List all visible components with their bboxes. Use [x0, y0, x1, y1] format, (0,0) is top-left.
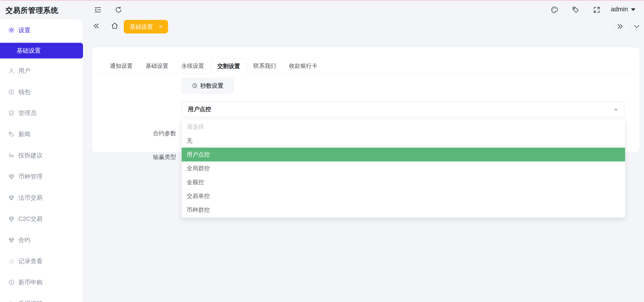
sidebar-item-admins[interactable]: 管理员 — [0, 103, 83, 124]
tab-notify-settings[interactable]: 通知设置 — [103, 58, 139, 74]
mining-icon — [8, 300, 15, 302]
sidebar-item-records[interactable]: 记录查看 — [0, 251, 83, 272]
diamond-icon — [8, 173, 15, 180]
settings-tabs: 通知设置 基础设置 永续设置 交割设置 联系我们 收款银行卡 — [103, 58, 324, 74]
tags-view-button[interactable] — [572, 6, 580, 14]
option-trade-order-control[interactable]: 交易单控 — [182, 189, 625, 203]
tag-label: 基础设置 — [130, 23, 153, 31]
collapse-sidebar-button[interactable] — [94, 6, 102, 14]
tab-bank-card[interactable]: 收款银行卡 — [283, 58, 324, 74]
sidebar-item-coin-manage[interactable]: 币种管理 — [0, 166, 83, 187]
fold-icon — [94, 6, 102, 14]
sidebar-item-contract[interactable]: 合约 — [0, 229, 83, 251]
gear-icon — [8, 27, 15, 33]
option-placeholder[interactable]: 请选择 — [182, 120, 625, 134]
sidebar-item-wallet[interactable]: $ 钱包 — [0, 81, 83, 103]
svg-text:$: $ — [11, 281, 13, 284]
tags-scroll-left-button[interactable] — [93, 22, 100, 30]
sidebar-item-basic-settings[interactable]: 基础设置 — [0, 43, 83, 58]
shield-check-icon — [8, 110, 15, 117]
win-type-label: 输赢类型 — [92, 153, 179, 161]
refresh-button[interactable] — [115, 6, 122, 14]
diamond-icon — [8, 216, 15, 222]
option-amount-control[interactable]: 金额控 — [182, 175, 625, 189]
option-coin-group-control[interactable]: 币种群控 — [182, 203, 625, 217]
tab-perpetual-settings[interactable]: 永续设置 — [175, 58, 211, 74]
tags-menu-button[interactable] — [633, 23, 640, 30]
select-value: 用户点控 — [188, 105, 614, 113]
sidebar-active-item-label: 基础设置 — [17, 47, 41, 55]
sidebar-menu-panel: 用户 $ 钱包 管理员 新闻 投拆建议 币种管理 — [0, 60, 83, 302]
caret-down-icon — [631, 8, 635, 11]
fullscreen-icon — [593, 6, 601, 14]
home-tag-button[interactable] — [111, 22, 119, 30]
refresh-icon — [115, 6, 122, 14]
tab-delivery-settings[interactable]: 交割设置 — [211, 58, 247, 74]
seconds-button-label: 秒数设置 — [200, 82, 223, 90]
diamond-icon — [8, 237, 15, 244]
sidebar-group-label: 设置 — [18, 26, 30, 34]
sidebar: 交易所管理系统 设置 基础设置 用户 $ 钱包 管理员 — [0, 0, 83, 302]
sidebar-item-staking[interactable]: 质押挖矿 — [0, 293, 83, 302]
theme-palette-button[interactable] — [550, 6, 558, 14]
timer-icon — [8, 258, 15, 265]
dollar-circle-icon: $ — [8, 89, 15, 95]
sidebar-item-feedback[interactable]: 投拆建议 — [0, 145, 83, 166]
tag-icon — [8, 131, 15, 138]
divider — [630, 20, 630, 33]
clock-icon — [192, 83, 198, 89]
sidebar-item-users[interactable]: 用户 — [0, 60, 83, 81]
dollar-circle-icon: $ — [8, 279, 15, 286]
chevron-down-icon — [633, 23, 640, 30]
win-type-select[interactable]: 用户点控 — [182, 101, 624, 117]
app-title: 交易所管理系统 — [6, 6, 58, 16]
tag-basic-settings[interactable]: 基础设置 ✕ — [124, 20, 168, 33]
double-chevron-right-icon — [616, 23, 624, 30]
tags-scroll-right-button[interactable] — [616, 23, 624, 30]
win-type-dropdown: 请选择 无 用户点控 全局群控 金额控 交易单控 币种群控 — [181, 119, 625, 218]
sidebar-item-news[interactable]: 新闻 — [0, 124, 83, 145]
sidebar-item-fiat-trade[interactable]: 法币交易 — [0, 187, 83, 208]
option-user-point-control[interactable]: 用户点控 — [182, 148, 625, 161]
close-icon[interactable]: ✕ — [158, 24, 163, 30]
tab-contact-us[interactable]: 联系我们 — [247, 58, 283, 74]
divider — [614, 20, 614, 33]
double-chevron-left-icon — [93, 22, 100, 30]
svg-text:$: $ — [11, 90, 13, 94]
palette-icon — [550, 6, 558, 14]
diamond-icon — [8, 194, 15, 201]
price-tag-icon — [572, 6, 580, 14]
home-icon — [111, 22, 119, 30]
tab-basic-settings[interactable]: 基础设置 — [139, 58, 175, 74]
user-icon — [8, 68, 15, 74]
contract-params-label: 合约参数 — [92, 129, 179, 137]
sidebar-group-settings[interactable]: 设置 — [0, 19, 83, 41]
infinity-link-icon — [8, 152, 15, 159]
username: admin — [611, 6, 628, 13]
user-menu[interactable]: admin — [611, 6, 635, 13]
sidebar-item-new-coin[interactable]: $ 新币申购 — [0, 272, 83, 293]
option-global-group-control[interactable]: 全局群控 — [182, 161, 625, 175]
progress-line — [0, 0, 644, 1]
sidebar-item-c2c-trade[interactable]: C2C交易 — [0, 208, 83, 229]
caret-up-icon — [614, 108, 618, 111]
seconds-settings-button[interactable]: 秒数设置 — [182, 78, 233, 93]
option-none[interactable]: 无 — [182, 134, 625, 148]
sidebar-group-panel: 设置 — [0, 19, 83, 41]
fullscreen-button[interactable] — [593, 6, 601, 14]
